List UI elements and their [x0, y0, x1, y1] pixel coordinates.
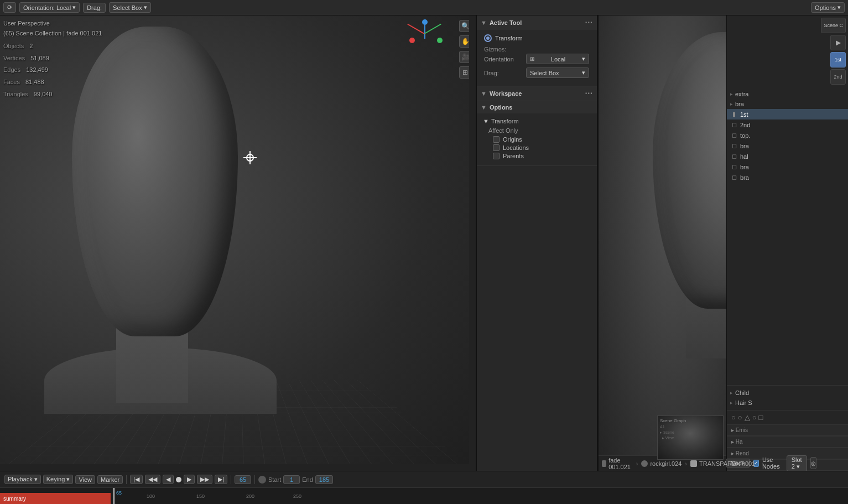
rp-bra3-label: bra: [740, 164, 749, 170]
next-keyframe-btn[interactable]: ▶▶: [197, 475, 212, 484]
transparent-label: TRANSPARENT.001: [699, 460, 755, 467]
use-nodes-label: Use Nodes: [762, 456, 780, 470]
timer-icon: [258, 476, 266, 484]
transform-sub-header[interactable]: ▼ Transform: [481, 116, 592, 126]
triangles-label: Triangles: [3, 90, 28, 100]
scene-transparent-item[interactable]: TRANSPARENT.001: [690, 460, 755, 467]
orientation-dropdown[interactable]: Orientation: Local ▾: [19, 2, 80, 13]
mini-preview-lines: A1 ▸ Scene ▸ View: [660, 424, 721, 440]
viewport-main[interactable]: User Perspective (65) Scene Collection |…: [0, 15, 476, 471]
jump-start-btn[interactable]: |◀: [130, 475, 143, 484]
rp-icon-tab-2[interactable]: 1st: [830, 52, 846, 67]
drag-dropdown[interactable]: Select Box ▾: [109, 2, 151, 13]
z-axis-dot[interactable]: [422, 19, 428, 25]
timeline: Playback ▾ Keying ▾ View Marker |◀ ◀◀ ◀ …: [0, 471, 848, 504]
parents-checkbox[interactable]: [493, 153, 500, 159]
viewport-scrollbar-vertical[interactable]: [469, 15, 476, 471]
rp-2nd-label: 2nd: [740, 122, 750, 128]
rp-item-top[interactable]: ◻ top.: [727, 130, 848, 141]
y-axis-line: [424, 24, 441, 34]
keying-menu[interactable]: Keying ▾: [43, 475, 74, 484]
orientation-row: Orientation ⊞ Local ▾: [481, 54, 592, 64]
active-tool-header[interactable]: ▼ Active Tool ⋯: [476, 15, 597, 30]
next-frame-btn[interactable]: ▶: [184, 475, 195, 484]
rend-arrow: ▸: [731, 450, 734, 456]
drag-arrow-panel: ▾: [582, 69, 585, 76]
play-pause-btn[interactable]: [176, 477, 181, 482]
mini-preview-content: Scene Graph A1 ▸ Scene ▸ View: [658, 416, 723, 459]
rp-scene-tab[interactable]: Scene C: [821, 18, 846, 33]
rp-icon-tabs: Scene C ▶ 1st 2nd: [727, 15, 848, 87]
options-header[interactable]: ▼ Options: [476, 101, 597, 113]
emis-arrow: ▸: [731, 427, 734, 433]
emis-section[interactable]: ▸ Emis: [727, 424, 848, 436]
timeline-sep-1: [126, 475, 127, 484]
tick-150: 150: [196, 493, 205, 499]
rp-hal-label: hal: [740, 153, 748, 160]
tick-65: 65: [116, 490, 122, 496]
scene-rockgirl-item[interactable]: rockgirl.024: [641, 460, 681, 467]
rotate-snap-toggle[interactable]: ⟳: [3, 2, 16, 13]
locations-checkbox[interactable]: [493, 144, 500, 151]
orientation-dropdown-panel[interactable]: ⊞ Local ▾: [526, 54, 589, 64]
origins-checkbox[interactable]: [493, 136, 500, 143]
vertices-label: Vertices: [3, 54, 25, 64]
rp-extra-label: extra: [735, 91, 748, 97]
rp-item-bra4[interactable]: ◻ bra: [727, 172, 848, 183]
rp-icon-tab-3[interactable]: 2nd: [830, 69, 846, 85]
drag-dropdown-panel[interactable]: Select Box ▾: [526, 67, 589, 78]
rp-icons-row[interactable]: ○ ○ △ ○ □: [727, 412, 848, 423]
view-type: User Perspective: [3, 19, 102, 29]
gizmos-label: Gizmos:: [484, 46, 506, 53]
workspace-header[interactable]: ▼ Workspace ⋯: [476, 86, 597, 101]
viewport-divider-1: [476, 15, 477, 471]
icon-square: □: [759, 413, 763, 422]
active-tool-options[interactable]: ⋯: [585, 18, 592, 27]
rp-item-bra2[interactable]: ◻ bra: [727, 141, 848, 151]
x-axis-dot[interactable]: [409, 38, 415, 43]
rp-child-item[interactable]: ▸ Child: [727, 388, 848, 398]
icon-circle2: ○: [738, 413, 742, 422]
scene-fade-item[interactable]: fade 001.021: [602, 457, 633, 470]
navigation-gizmo[interactable]: [409, 22, 443, 55]
faces-label: Faces: [3, 77, 20, 87]
end-frame[interactable]: 185: [315, 475, 333, 484]
rp-item-extra[interactable]: ▸ extra: [727, 89, 848, 99]
viewport-divider-2: [597, 15, 599, 471]
playback-menu[interactable]: Playback ▾: [4, 475, 41, 484]
ha-section[interactable]: ▸ Ha: [727, 436, 848, 448]
rp-item-2nd[interactable]: ◻ 2nd: [727, 119, 848, 130]
rp-item-bra[interactable]: ▸ bra: [727, 99, 848, 109]
y-axis-dot[interactable]: [437, 38, 443, 43]
options-button[interactable]: Options ▾: [811, 2, 845, 13]
current-frame-display[interactable]: 65: [235, 475, 251, 484]
jump-end-btn[interactable]: ▶|: [215, 475, 227, 484]
view-menu[interactable]: View: [75, 475, 95, 484]
timeline-playhead: [113, 488, 115, 504]
slot-dropdown[interactable]: Slot 2 ▾: [787, 455, 807, 471]
timeline-track[interactable]: 0 50 65 100 150 200 250: [0, 488, 848, 504]
start-label: Start: [268, 476, 281, 483]
drag-value-panel: Select Box: [530, 70, 559, 76]
marker-menu[interactable]: Marker: [97, 475, 123, 484]
mini-preview: Scene Graph A1 ▸ Scene ▸ View: [657, 415, 724, 460]
viewport-secondary[interactable]: [597, 15, 726, 471]
prev-keyframe-btn[interactable]: ◀◀: [145, 475, 160, 484]
start-frame[interactable]: 1: [283, 475, 300, 484]
rp-icon-tab-1[interactable]: ▶: [830, 35, 846, 50]
transform-cursor: [243, 151, 257, 164]
rp-hair-item[interactable]: ▸ Hair S: [727, 398, 848, 408]
bottom-summary-bar: summary: [0, 493, 111, 504]
rp-item-hal[interactable]: ◻ hal: [727, 151, 848, 162]
viewport-scrollbar-horizontal[interactable]: [0, 464, 469, 471]
edges-value: 132,499: [26, 65, 48, 75]
scene-arrow-1: ›: [636, 460, 638, 467]
options-section: ▼ Options ▼ Transform Affect Only Origin…: [476, 101, 597, 166]
rp-item-bra3[interactable]: ◻ bra: [727, 162, 848, 172]
prev-frame-btn[interactable]: ◀: [163, 475, 174, 484]
workspace-section: ▼ Workspace ⋯: [476, 86, 597, 101]
workspace-options[interactable]: ⋯: [585, 89, 592, 98]
rp-item-1st[interactable]: ▮ 1st: [727, 109, 848, 119]
x-axis-line: [407, 24, 424, 34]
color-picker-icon[interactable]: ◎: [810, 457, 816, 469]
